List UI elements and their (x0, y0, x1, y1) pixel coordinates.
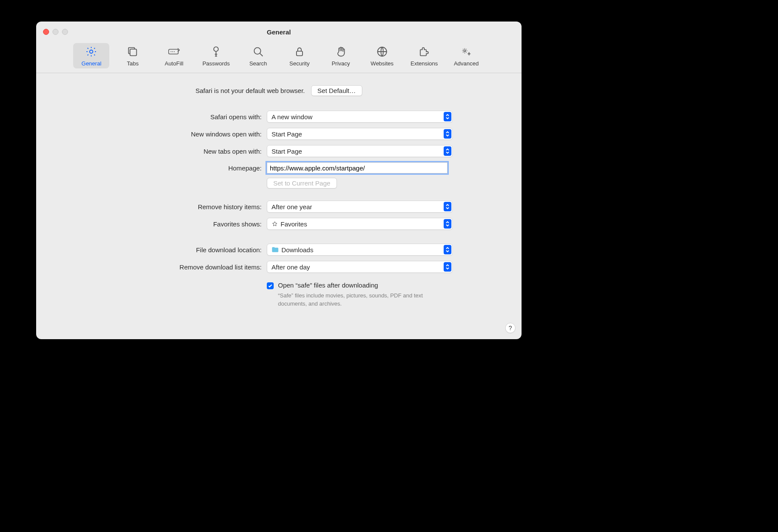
tab-label: Tabs (127, 60, 139, 67)
opens-with-select[interactable]: A new window (267, 111, 453, 123)
check-icon (268, 283, 273, 288)
tab-websites[interactable]: Websites (364, 43, 400, 68)
new-windows-label: New windows open with: (53, 130, 262, 138)
zoom-window-button[interactable] (62, 29, 68, 35)
folder-icon (272, 247, 279, 253)
tab-label: General (81, 60, 101, 67)
tab-search[interactable]: Search (240, 43, 276, 68)
tab-autofill[interactable]: AutoFill (156, 43, 192, 68)
download-location-label: File download location: (53, 246, 262, 254)
tab-label: Passwords (202, 60, 230, 67)
minimize-window-button[interactable] (52, 29, 59, 35)
safe-files-checkbox[interactable] (267, 282, 274, 289)
select-value: After one day (272, 263, 310, 271)
svg-point-4 (173, 51, 173, 52)
chevron-updown-icon (444, 112, 451, 121)
select-value: Downloads (281, 246, 313, 254)
content-area: Safari is not your default web browser. … (36, 73, 522, 317)
homepage-label: Homepage: (53, 164, 262, 172)
tab-label: AutoFill (165, 60, 183, 67)
tab-advanced[interactable]: Advanced (448, 43, 485, 68)
homepage-input[interactable] (267, 162, 448, 173)
select-value: Start Page (272, 148, 302, 155)
svg-rect-8 (296, 51, 303, 56)
autofill-icon (168, 46, 180, 58)
search-icon (252, 46, 264, 58)
tab-label: Privacy (332, 60, 350, 67)
opens-with-label: Safari opens with: (53, 113, 262, 121)
default-browser-row: Safari is not your default web browser. … (53, 85, 504, 96)
preferences-toolbar: General Tabs AutoFill Passwords Search (36, 42, 522, 73)
svg-point-10 (463, 50, 465, 52)
chevron-updown-icon (444, 219, 451, 229)
help-button[interactable]: ? (505, 323, 516, 333)
svg-point-6 (214, 47, 219, 52)
titlebar: General (36, 22, 522, 42)
tab-passwords[interactable]: Passwords (197, 43, 235, 68)
safe-files-label: Open “safe” files after downloading (278, 281, 378, 289)
gears-icon (460, 46, 472, 58)
tab-label: Search (249, 60, 267, 67)
hand-icon (335, 46, 347, 58)
lock-icon (293, 46, 306, 58)
new-tabs-select[interactable]: Start Page (267, 145, 453, 157)
svg-rect-2 (169, 49, 178, 54)
tab-security[interactable]: Security (281, 43, 318, 68)
default-browser-message: Safari is not your default web browser. (195, 87, 305, 94)
chevron-updown-icon (444, 245, 451, 254)
svg-point-11 (468, 53, 469, 54)
globe-icon (376, 46, 388, 58)
set-default-button[interactable]: Set Default… (311, 85, 362, 96)
select-value: Start Page (272, 130, 302, 138)
chevron-updown-icon (444, 262, 451, 272)
tab-general[interactable]: General (73, 43, 109, 68)
remove-downloads-select[interactable]: After one day (267, 261, 453, 273)
chevron-updown-icon (444, 202, 451, 211)
tab-label: Websites (370, 60, 393, 67)
select-value: Favorites (281, 220, 307, 228)
puzzle-icon (418, 46, 430, 58)
chevron-updown-icon (444, 146, 451, 156)
svg-rect-1 (130, 49, 137, 56)
tab-label: Extensions (411, 60, 438, 67)
new-windows-select[interactable]: Start Page (267, 128, 453, 140)
tab-label: Advanced (454, 60, 479, 67)
svg-point-3 (171, 51, 172, 52)
remove-history-label: Remove history items: (53, 203, 262, 210)
svg-point-5 (174, 51, 175, 52)
traffic-lights (43, 22, 68, 42)
svg-point-7 (254, 48, 261, 54)
new-tabs-label: New tabs open with: (53, 148, 262, 155)
gear-icon (85, 46, 97, 58)
remove-history-select[interactable]: After one year (267, 201, 453, 213)
key-icon (210, 46, 222, 58)
svg-point-0 (90, 50, 93, 53)
tab-tabs[interactable]: Tabs (114, 43, 151, 68)
chevron-updown-icon (444, 129, 451, 139)
select-value: After one year (272, 203, 312, 210)
tabs-icon (127, 46, 139, 58)
set-current-page-button[interactable]: Set to Current Page (267, 178, 337, 189)
tab-label: Security (290, 60, 310, 67)
close-window-button[interactable] (43, 29, 49, 35)
tab-privacy[interactable]: Privacy (323, 43, 359, 68)
safe-files-description: “Safe” files include movies, pictures, s… (278, 292, 441, 308)
preferences-window: General General Tabs AutoFill Password (36, 22, 522, 339)
remove-downloads-label: Remove download list items: (53, 263, 262, 271)
star-icon (272, 221, 278, 227)
select-value: A new window (272, 113, 312, 121)
window-title: General (267, 28, 291, 36)
favorites-select[interactable]: Favorites (267, 218, 453, 230)
tab-extensions[interactable]: Extensions (405, 43, 443, 68)
download-location-select[interactable]: Downloads (267, 244, 453, 256)
favorites-label: Favorites shows: (53, 220, 262, 228)
